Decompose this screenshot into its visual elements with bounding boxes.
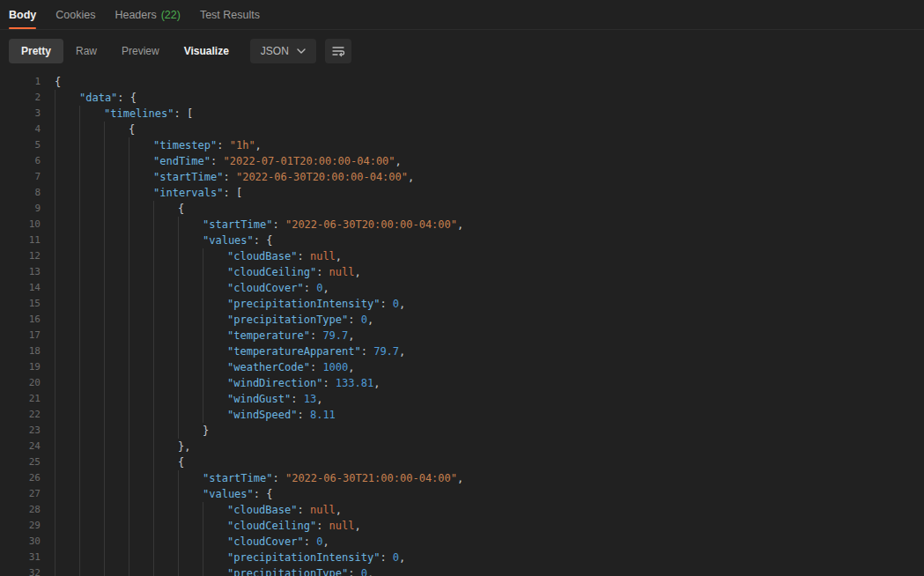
- indent-guide: [79, 312, 104, 328]
- indent-guide: [104, 407, 129, 423]
- indent-guide: [178, 470, 203, 486]
- code-line: 1{: [0, 74, 924, 90]
- indent-guide: [55, 502, 79, 518]
- indent-guide: [104, 534, 129, 550]
- indent-guide: [104, 343, 129, 359]
- indent-guide: [153, 248, 178, 264]
- indent-guide: [79, 565, 104, 576]
- tab-label: Body: [9, 9, 36, 21]
- indent-guide: [129, 550, 153, 565]
- indent-guide: [104, 518, 129, 534]
- code-line: 25{: [0, 454, 924, 470]
- line-content: "windGust": 13,: [55, 391, 322, 407]
- indent-guide: [104, 328, 129, 343]
- response-body-editor[interactable]: 1{2"data": {3"timelines": [4{5"timestep"…: [0, 74, 924, 576]
- line-number: 24: [0, 439, 41, 454]
- format-select[interactable]: JSON: [250, 39, 316, 63]
- indent-guide: [129, 502, 153, 518]
- indent-guide: [178, 359, 203, 375]
- indent-guide: [129, 359, 153, 375]
- tab-headers[interactable]: Headers(22): [115, 0, 180, 29]
- indent-guide: [153, 328, 178, 343]
- indent-guide: [129, 312, 153, 328]
- indent-guide: [153, 550, 178, 565]
- indent-guide: [55, 423, 79, 439]
- indent-guide: [178, 264, 203, 280]
- line-content: "cloudCover": 0,: [55, 534, 329, 550]
- line-number: 10: [0, 217, 41, 233]
- line-number: 27: [0, 486, 41, 502]
- indent-guide: [79, 106, 104, 122]
- indent-guide: [129, 185, 153, 201]
- view-mode-pretty[interactable]: Pretty: [9, 39, 63, 63]
- line-content: "precipitationIntensity": 0,: [55, 296, 405, 312]
- code-line: 31"precipitationIntensity": 0,: [0, 550, 924, 565]
- code-line: 2"data": {: [0, 90, 924, 106]
- indent-guide: [129, 518, 153, 534]
- line-number: 17: [0, 328, 41, 343]
- indent-guide: [203, 328, 227, 343]
- indent-guide: [178, 486, 203, 502]
- indent-guide: [178, 217, 203, 233]
- indent-guide: [203, 391, 227, 407]
- tab-cookies[interactable]: Cookies: [55, 0, 95, 29]
- indent-guide: [129, 439, 153, 454]
- indent-guide: [153, 343, 178, 359]
- code-line: 28"cloudBase": null,: [0, 502, 924, 518]
- indent-guide: [79, 137, 104, 153]
- indent-guide: [203, 518, 227, 534]
- code-line: 32"precipitationType": 0,: [0, 565, 924, 576]
- indent-guide: [104, 439, 129, 454]
- indent-guide: [79, 375, 104, 391]
- indent-guide: [55, 375, 79, 391]
- indent-guide: [178, 233, 203, 248]
- indent-guide: [129, 296, 153, 312]
- code-line: 5"timestep": "1h",: [0, 137, 924, 153]
- tab-body[interactable]: Body: [9, 0, 36, 29]
- indent-guide: [79, 343, 104, 359]
- view-mode-preview[interactable]: Preview: [109, 39, 172, 63]
- response-tab-bar: BodyCookiesHeaders(22)Test Results: [0, 0, 924, 30]
- line-content: "values": {: [55, 486, 272, 502]
- indent-guide: [129, 233, 153, 248]
- indent-guide: [79, 550, 104, 565]
- indent-guide: [129, 375, 153, 391]
- code-line: 14"cloudCover": 0,: [0, 280, 924, 296]
- indent-guide: [203, 502, 227, 518]
- line-content: "temperature": 79.7,: [55, 328, 355, 343]
- indent-guide: [178, 343, 203, 359]
- indent-guide: [55, 248, 79, 264]
- indent-guide: [129, 169, 153, 185]
- view-mode-visualize[interactable]: Visualize: [172, 39, 241, 63]
- code-line: 7"startTime": "2022-06-30T20:00:00-04:00…: [0, 169, 924, 185]
- indent-guide: [153, 486, 178, 502]
- indent-guide: [178, 248, 203, 264]
- code-line: 16"precipitationType": 0,: [0, 312, 924, 328]
- line-content: {: [55, 201, 184, 217]
- indent-guide: [129, 217, 153, 233]
- indent-guide: [203, 248, 227, 264]
- line-content: "cloudCeiling": null,: [55, 518, 361, 534]
- wrap-lines-button[interactable]: [325, 39, 351, 63]
- code-line: 3"timelines": [: [0, 106, 924, 122]
- line-number: 14: [0, 280, 41, 296]
- line-content: }: [55, 423, 209, 439]
- indent-guide: [203, 264, 227, 280]
- indent-guide: [153, 296, 178, 312]
- format-select-value: JSON: [261, 45, 289, 57]
- line-content: "temperatureApparent": 79.7,: [55, 343, 405, 359]
- line-content: {: [55, 454, 184, 470]
- line-content: "cloudCeiling": null,: [55, 264, 361, 280]
- indent-guide: [129, 454, 153, 470]
- indent-guide: [178, 423, 203, 439]
- indent-guide: [104, 359, 129, 375]
- line-content: "startTime": "2022-06-30T20:00:00-04:00"…: [55, 169, 414, 185]
- indent-guide: [153, 375, 178, 391]
- line-number: 18: [0, 343, 41, 359]
- indent-guide: [79, 296, 104, 312]
- tab-test-results[interactable]: Test Results: [200, 0, 260, 29]
- indent-guide: [55, 280, 79, 296]
- line-number: 1: [0, 74, 41, 90]
- indent-guide: [79, 454, 104, 470]
- view-mode-raw[interactable]: Raw: [63, 39, 109, 63]
